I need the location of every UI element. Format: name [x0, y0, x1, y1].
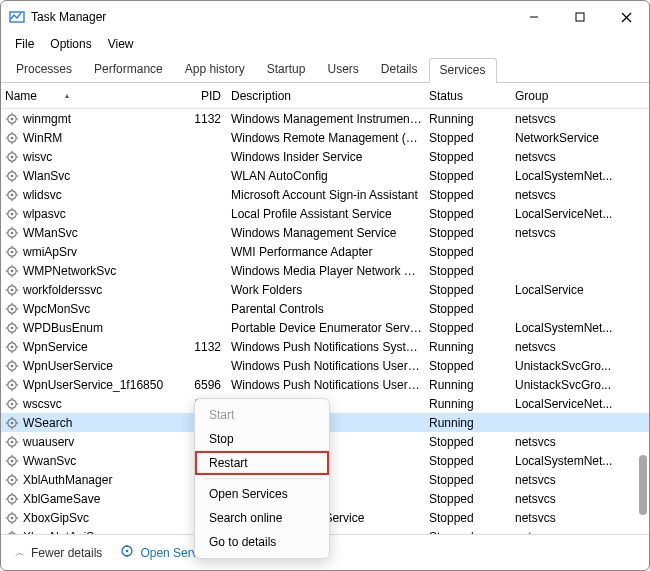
- svg-rect-2: [576, 13, 584, 21]
- svg-point-66: [11, 307, 14, 310]
- ctx-open-services[interactable]: Open Services: [195, 482, 329, 506]
- tab-users[interactable]: Users: [316, 57, 369, 82]
- cell-status: Stopped: [429, 454, 515, 468]
- cell-group: netsvcs: [515, 435, 623, 449]
- service-icon: [5, 340, 19, 354]
- table-row[interactable]: WManSvcWindows Management ServiceStopped…: [1, 223, 649, 242]
- column-header-status[interactable]: Status: [429, 89, 515, 103]
- close-button[interactable]: [603, 1, 649, 33]
- service-icon: [5, 131, 19, 145]
- svg-point-126: [11, 497, 14, 500]
- svg-point-150: [126, 550, 129, 553]
- table-row[interactable]: WinRMWindows Remote Management (WS-...St…: [1, 128, 649, 147]
- cell-name: WinRM: [23, 131, 181, 145]
- service-icon: [5, 226, 19, 240]
- cell-description: Work Folders: [231, 283, 429, 297]
- service-icon: [5, 207, 19, 221]
- cell-description: Parental Controls: [231, 302, 429, 316]
- table-row[interactable]: wisvcWindows Insider ServiceStoppednetsv…: [1, 147, 649, 166]
- service-icon: [5, 302, 19, 316]
- cell-description: WMI Performance Adapter: [231, 245, 429, 259]
- cell-group: UnistackSvcGro...: [515, 359, 623, 373]
- table-row[interactable]: WpnUserService_1f168506596Windows Push N…: [1, 375, 649, 394]
- tab-performance[interactable]: Performance: [83, 57, 174, 82]
- svg-point-12: [11, 136, 14, 139]
- column-header-group[interactable]: Group: [515, 89, 623, 103]
- fewer-details-button[interactable]: ︿ Fewer details: [15, 546, 102, 560]
- cell-group: netsvcs: [515, 511, 623, 525]
- table-row[interactable]: workfolderssvcWork FoldersStoppedLocalSe…: [1, 280, 649, 299]
- cell-name: WManSvc: [23, 226, 181, 240]
- cell-description: Windows Management Instrumentation: [231, 112, 429, 126]
- table-row[interactable]: WpnUserServiceWindows Push Notifications…: [1, 356, 649, 375]
- svg-point-108: [11, 440, 14, 443]
- cell-description: Portable Device Enumerator Service: [231, 321, 429, 335]
- cell-name: WMPNetworkSvc: [23, 264, 181, 278]
- cell-name: WSearch: [23, 416, 181, 430]
- cell-group: LocalSystemNet...: [515, 454, 623, 468]
- cell-group: NetworkService: [515, 131, 623, 145]
- table-row[interactable]: wmiApSrvWMI Performance AdapterStopped: [1, 242, 649, 261]
- service-icon: [5, 378, 19, 392]
- svg-point-24: [11, 174, 14, 177]
- table-row[interactable]: WpcMonSvcParental ControlsStopped: [1, 299, 649, 318]
- table-row[interactable]: WMPNetworkSvcWindows Media Player Networ…: [1, 261, 649, 280]
- service-icon: [5, 435, 19, 449]
- tab-details[interactable]: Details: [370, 57, 429, 82]
- cell-pid: 1132: [181, 112, 231, 126]
- cell-status: Running: [429, 340, 515, 354]
- svg-point-72: [11, 326, 14, 329]
- tab-startup[interactable]: Startup: [256, 57, 317, 82]
- cell-status: Stopped: [429, 473, 515, 487]
- ctx-search-online[interactable]: Search online: [195, 506, 329, 530]
- maximize-button[interactable]: [557, 1, 603, 33]
- table-row[interactable]: WPDBusEnumPortable Device Enumerator Ser…: [1, 318, 649, 337]
- ctx-restart[interactable]: Restart: [195, 451, 329, 475]
- menu-view[interactable]: View: [100, 35, 142, 53]
- service-icon: [5, 150, 19, 164]
- tab-processes[interactable]: Processes: [5, 57, 83, 82]
- cell-name: WwanSvc: [23, 454, 181, 468]
- service-icon: [5, 511, 19, 525]
- svg-point-36: [11, 212, 14, 215]
- cell-status: Stopped: [429, 150, 515, 164]
- service-icon: [5, 283, 19, 297]
- ctx-go-to-details[interactable]: Go to details: [195, 530, 329, 554]
- tab-services[interactable]: Services: [429, 58, 497, 83]
- cell-status: Stopped: [429, 226, 515, 240]
- cell-group: LocalServiceNet...: [515, 207, 623, 221]
- cell-description: Local Profile Assistant Service: [231, 207, 429, 221]
- svg-point-132: [11, 516, 14, 519]
- svg-point-48: [11, 250, 14, 253]
- scroll-thumb[interactable]: [639, 455, 647, 515]
- vertical-scrollbar[interactable]: [637, 115, 647, 535]
- cell-pid: 6596: [181, 378, 231, 392]
- window-title: Task Manager: [31, 10, 511, 24]
- cell-status: Stopped: [429, 302, 515, 316]
- cell-name: wlidsvc: [23, 188, 181, 202]
- ctx-stop[interactable]: Stop: [195, 427, 329, 451]
- cell-status: Stopped: [429, 207, 515, 221]
- column-header-name[interactable]: Name▴: [5, 89, 181, 103]
- table-row[interactable]: wlidsvcMicrosoft Account Sign-in Assista…: [1, 185, 649, 204]
- menu-options[interactable]: Options: [42, 35, 99, 53]
- service-icon: [5, 321, 19, 335]
- cell-group: UnistackSvcGro...: [515, 378, 623, 392]
- cell-description: Windows Insider Service: [231, 150, 429, 164]
- table-row[interactable]: winmgmt1132Windows Management Instrument…: [1, 109, 649, 128]
- svg-point-60: [11, 288, 14, 291]
- cell-name: wscsvc: [23, 397, 181, 411]
- context-menu: Start Stop Restart Open Services Search …: [194, 398, 330, 559]
- cell-status: Stopped: [429, 321, 515, 335]
- table-row[interactable]: WpnService1132Windows Push Notifications…: [1, 337, 649, 356]
- menu-file[interactable]: File: [7, 35, 42, 53]
- cell-description: Windows Remote Management (WS-...: [231, 131, 429, 145]
- column-header-pid[interactable]: PID: [181, 89, 231, 103]
- cell-name: wmiApSrv: [23, 245, 181, 259]
- cell-group: netsvcs: [515, 340, 623, 354]
- table-row[interactable]: wlpasvcLocal Profile Assistant ServiceSt…: [1, 204, 649, 223]
- minimize-button[interactable]: [511, 1, 557, 33]
- column-header-description[interactable]: Description: [231, 89, 429, 103]
- table-row[interactable]: WlanSvcWLAN AutoConfigStoppedLocalSystem…: [1, 166, 649, 185]
- tab-app-history[interactable]: App history: [174, 57, 256, 82]
